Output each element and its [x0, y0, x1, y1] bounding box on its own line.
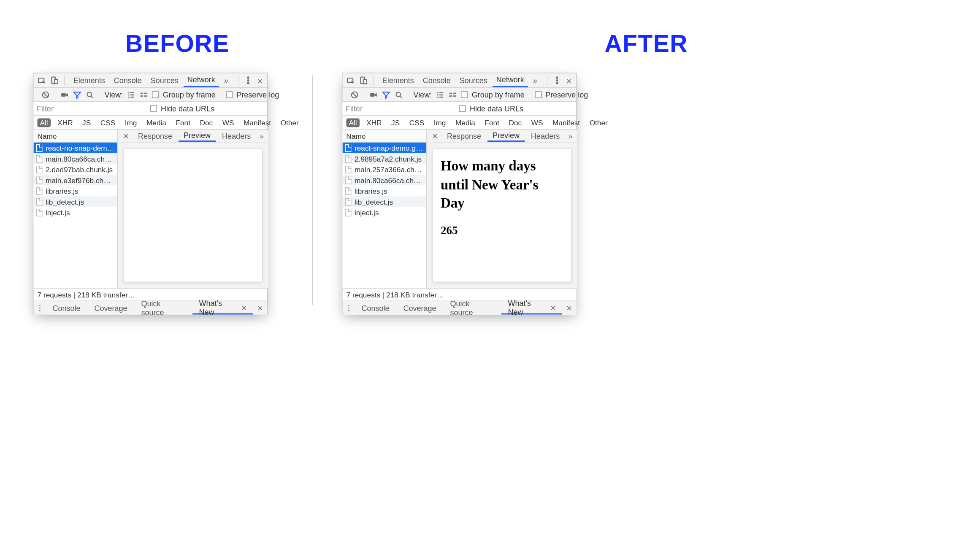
filter-input[interactable] — [343, 103, 426, 114]
type-filter-media[interactable]: Media — [453, 118, 478, 127]
view-list-icon[interactable] — [436, 90, 444, 99]
view-frames-icon[interactable] — [448, 90, 457, 99]
drawer-menu-icon[interactable] — [343, 301, 355, 315]
detail-tab-response[interactable]: Response — [442, 130, 486, 142]
type-filter-js[interactable]: JS — [389, 118, 402, 127]
close-detail-icon[interactable] — [120, 130, 132, 142]
main-tab-elements[interactable]: Elements — [70, 73, 109, 87]
type-filter-manifest[interactable]: Manifest — [550, 118, 582, 127]
drawer-tab-quick-source[interactable]: Quick source — [135, 301, 191, 315]
type-filter-all[interactable]: All — [38, 118, 51, 127]
drawer-menu-icon[interactable] — [34, 301, 46, 315]
device-toggle-icon[interactable] — [359, 76, 368, 85]
search-icon[interactable] — [86, 90, 95, 99]
more-detail-tabs-icon[interactable] — [257, 131, 266, 140]
drawer-tab-quick-source[interactable]: Quick source — [444, 301, 500, 315]
type-filter-js[interactable]: JS — [80, 118, 93, 127]
request-row[interactable]: lib_detect.js — [343, 196, 426, 207]
hide-data-urls-checkbox[interactable] — [150, 105, 157, 112]
type-filter-doc[interactable]: Doc — [506, 118, 524, 127]
preserve-log-checkbox[interactable] — [535, 91, 542, 98]
close-drawer-icon[interactable] — [562, 301, 576, 315]
main-tab-elements[interactable]: Elements — [379, 73, 418, 87]
device-toggle-icon[interactable] — [50, 76, 59, 85]
detail-tab-preview[interactable]: Preview — [179, 130, 216, 142]
name-column-header[interactable]: Name — [34, 130, 117, 143]
main-tab-network[interactable]: Network — [184, 73, 219, 87]
type-filter-font[interactable]: Font — [173, 118, 193, 127]
filter-icon[interactable] — [382, 90, 391, 99]
request-row[interactable]: react-snap-demo.glitch.… — [343, 143, 426, 154]
drawer-tab-console[interactable]: Console — [355, 301, 395, 315]
drawer-tab-coverage[interactable]: Coverage — [397, 301, 442, 315]
detail-tab-preview[interactable]: Preview — [487, 130, 525, 142]
close-devtools-icon[interactable] — [566, 76, 572, 85]
request-row[interactable]: lib_detect.js — [34, 196, 117, 207]
drawer-tab-what-s-new[interactable]: What's New — [193, 301, 254, 315]
more-tabs-icon[interactable] — [223, 76, 230, 85]
name-column-header[interactable]: Name — [343, 130, 426, 143]
type-filter-ws[interactable]: WS — [529, 118, 546, 127]
type-filter-css[interactable]: CSS — [98, 118, 118, 127]
request-row[interactable]: 2.9895a7a2.chunk.js — [343, 153, 426, 164]
request-row[interactable]: libraries.js — [343, 186, 426, 197]
type-filter-css[interactable]: CSS — [407, 118, 427, 127]
close-tab-icon[interactable] — [550, 302, 556, 312]
request-row[interactable]: react-no-snap-demo.glit… — [34, 143, 117, 154]
main-tab-console[interactable]: Console — [419, 73, 455, 87]
close-devtools-icon[interactable] — [257, 76, 263, 85]
main-tab-network[interactable]: Network — [493, 73, 528, 87]
group-by-frame-checkbox[interactable] — [461, 91, 468, 98]
type-filter-other[interactable]: Other — [587, 118, 610, 127]
type-filter-img[interactable]: Img — [122, 118, 140, 127]
type-filter-media[interactable]: Media — [144, 118, 169, 127]
hide-data-urls-checkbox[interactable] — [459, 105, 466, 112]
close-tab-icon[interactable] — [241, 302, 247, 312]
drawer-tab-console[interactable]: Console — [46, 301, 87, 315]
filter-icon[interactable] — [73, 90, 82, 99]
more-detail-tabs-icon[interactable] — [566, 131, 575, 140]
camera-icon[interactable] — [60, 90, 69, 99]
view-frames-icon[interactable] — [139, 90, 148, 99]
inspect-icon[interactable] — [347, 76, 355, 85]
detail-tab-headers[interactable]: Headers — [217, 130, 256, 142]
drawer-tab-coverage[interactable]: Coverage — [88, 301, 133, 315]
type-filter-all[interactable]: All — [347, 118, 360, 127]
filter-input[interactable] — [34, 103, 117, 114]
request-row[interactable]: main.257a366a.chunk.js — [343, 164, 426, 175]
type-filter-xhr[interactable]: XHR — [364, 118, 384, 127]
type-filter-other[interactable]: Other — [278, 118, 301, 127]
type-filter-manifest[interactable]: Manifest — [241, 118, 273, 127]
view-list-icon[interactable] — [127, 90, 135, 99]
type-filter-font[interactable]: Font — [482, 118, 502, 127]
group-by-frame-checkbox[interactable] — [152, 91, 159, 98]
request-row[interactable]: main.80ca66ca.chunk.css — [343, 175, 426, 186]
type-filter-doc[interactable]: Doc — [197, 118, 215, 127]
request-row[interactable]: main.80ca66ca.chunk.css — [34, 153, 117, 164]
main-tab-sources[interactable]: Sources — [147, 73, 182, 87]
kebab-menu-icon[interactable] — [244, 76, 253, 85]
camera-icon[interactable] — [369, 90, 378, 99]
drawer-tab-what-s-new[interactable]: What's New — [502, 301, 563, 315]
type-filter-ws[interactable]: WS — [220, 118, 237, 127]
close-drawer-icon[interactable] — [253, 301, 267, 315]
detail-tab-headers[interactable]: Headers — [526, 130, 565, 142]
close-detail-icon[interactable] — [429, 130, 441, 142]
request-row[interactable]: 2.dad97bab.chunk.js — [34, 164, 117, 175]
search-icon[interactable] — [395, 90, 403, 99]
inspect-icon[interactable] — [38, 76, 46, 85]
kebab-menu-icon[interactable] — [553, 76, 562, 85]
request-row[interactable]: inject.js — [343, 207, 426, 218]
preserve-log-checkbox[interactable] — [226, 91, 233, 98]
request-row[interactable]: main.e3ef976b.chunk.js — [34, 175, 117, 186]
main-tab-console[interactable]: Console — [110, 73, 146, 87]
type-filter-xhr[interactable]: XHR — [55, 118, 75, 127]
type-filter-img[interactable]: Img — [431, 118, 449, 127]
request-row[interactable]: libraries.js — [34, 186, 117, 197]
clear-icon[interactable] — [41, 90, 50, 99]
request-row[interactable]: inject.js — [34, 207, 117, 218]
more-tabs-icon[interactable] — [532, 76, 539, 85]
detail-tab-response[interactable]: Response — [133, 130, 177, 142]
main-tab-sources[interactable]: Sources — [456, 73, 491, 87]
clear-icon[interactable] — [350, 90, 359, 99]
